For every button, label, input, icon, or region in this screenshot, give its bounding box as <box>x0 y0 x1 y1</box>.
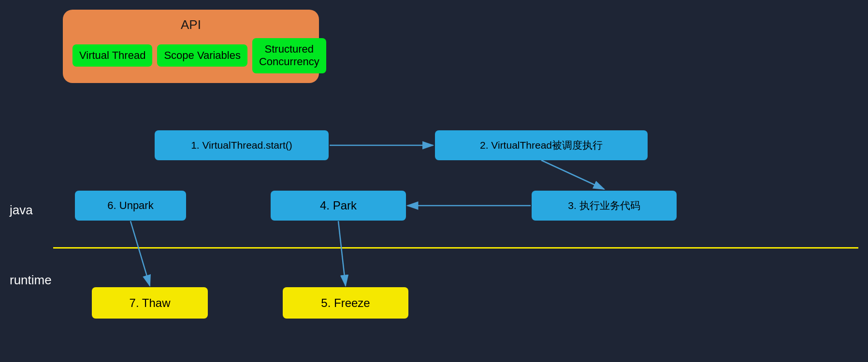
api-title: API <box>72 17 309 32</box>
divider-line <box>53 247 858 249</box>
diagram-container: API Virtual Thread Scope Variables Struc… <box>0 0 868 362</box>
step7-box: 7. Thaw <box>92 287 208 319</box>
tag-scope-variables: Scope Variables <box>157 44 247 67</box>
label-java: java <box>10 203 33 218</box>
label-runtime: runtime <box>10 273 52 288</box>
step2-box: 2. VirtualThread被调度执行 <box>435 130 648 160</box>
api-tags: Virtual Thread Scope Variables Structure… <box>72 38 309 73</box>
tag-structured-concurrency: StructuredConcurrency <box>252 38 326 73</box>
svg-line-5 <box>130 221 150 286</box>
step6-box: 6. Unpark <box>75 191 186 221</box>
api-box: API Virtual Thread Scope Variables Struc… <box>63 10 319 83</box>
step1-box: 1. VirtualThread.start() <box>155 130 329 160</box>
tag-virtual-thread: Virtual Thread <box>72 44 152 67</box>
step4-box: 4. Park <box>271 191 406 221</box>
step5-box: 5. Freeze <box>283 287 408 319</box>
svg-line-4 <box>338 221 346 286</box>
step3-box: 3. 执行业务代码 <box>532 191 677 221</box>
svg-line-2 <box>541 160 604 189</box>
